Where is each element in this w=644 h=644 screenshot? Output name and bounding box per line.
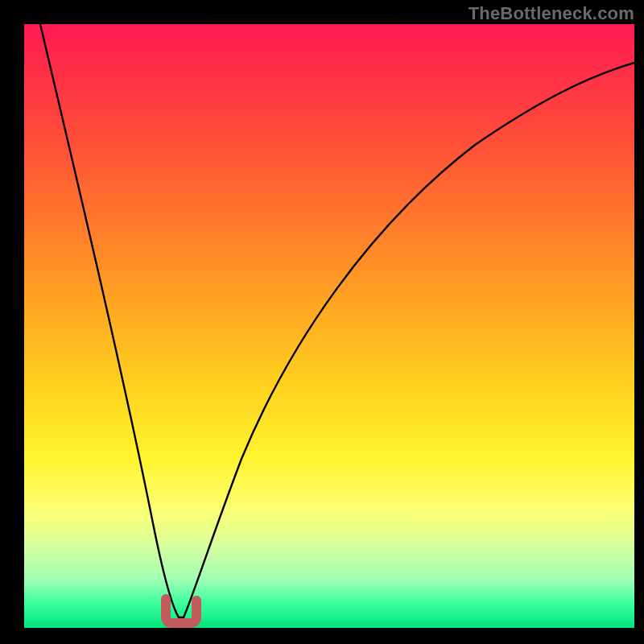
plot-area: [24, 24, 634, 628]
watermark-text: TheBottleneck.com: [469, 3, 634, 24]
curve-svg: [24, 24, 634, 628]
bottleneck-curve-path: [40, 24, 634, 617]
chart-frame: TheBottleneck.com: [0, 0, 644, 644]
minimum-marker: [166, 599, 196, 623]
